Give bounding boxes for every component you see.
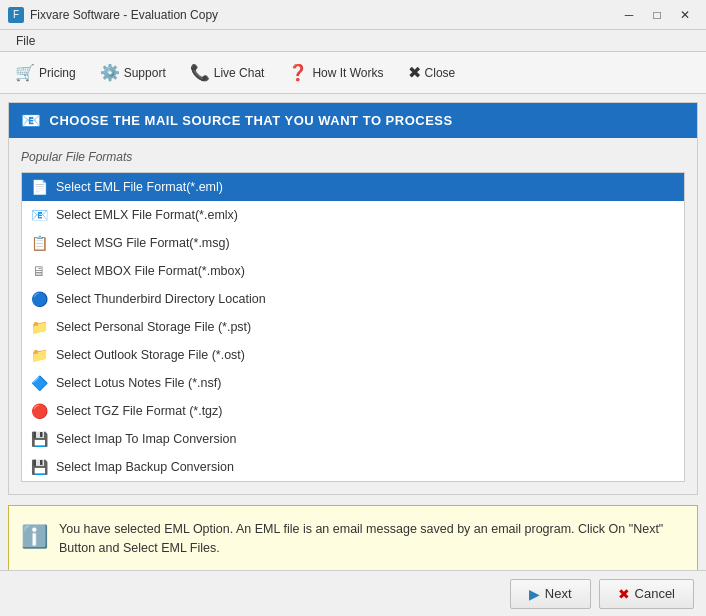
header-icon: 📧 (21, 111, 42, 130)
info-icon: ℹ️ (21, 520, 48, 553)
format-label-ost: Select Outlook Storage File (*.ost) (56, 348, 245, 362)
info-text: You have selected EML Option. An EML fil… (59, 522, 663, 555)
next-label: Next (545, 586, 572, 601)
maximize-button[interactable]: □ (644, 5, 670, 25)
pricing-icon: 🛒 (15, 63, 35, 82)
format-label-emlx: Select EMLX File Format(*.emlx) (56, 208, 238, 222)
format-label-msg: Select MSG File Format(*.msg) (56, 236, 230, 250)
format-label-thunderbird: Select Thunderbird Directory Location (56, 292, 266, 306)
format-label-eml: Select EML File Format(*.eml) (56, 180, 223, 194)
menu-file[interactable]: File (8, 32, 43, 50)
support-icon: ⚙️ (100, 63, 120, 82)
pricing-label: Pricing (39, 66, 76, 80)
format-icon-imap-backup: 💾 (30, 458, 48, 476)
format-list: 📄 Select EML File Format(*.eml) 📧 Select… (21, 172, 685, 482)
cancel-icon: ✖ (618, 586, 630, 602)
format-item-eml[interactable]: 📄 Select EML File Format(*.eml) (22, 173, 684, 201)
format-icon-ost: 📁 (30, 346, 48, 364)
main-panel: 📧 CHOOSE THE MAIL SOURCE THAT YOU WANT T… (8, 102, 698, 495)
cancel-label: Cancel (635, 586, 675, 601)
close-app-icon: ✖ (408, 63, 421, 82)
format-item-msg[interactable]: 📋 Select MSG File Format(*.msg) (22, 229, 684, 257)
pricing-button[interactable]: 🛒 Pricing (4, 56, 87, 90)
close-app-button[interactable]: ✖ Close (397, 56, 467, 90)
format-icon-nsf: 🔷 (30, 374, 48, 392)
format-item-imap[interactable]: 💾 Select Imap To Imap Conversion (22, 425, 684, 453)
cancel-button[interactable]: ✖ Cancel (599, 579, 694, 609)
format-item-mbox[interactable]: 🖥 Select MBOX File Format(*.mbox) (22, 257, 684, 285)
close-app-label: Close (425, 66, 456, 80)
format-label-pst: Select Personal Storage File (*.pst) (56, 320, 251, 334)
format-label-imap: Select Imap To Imap Conversion (56, 432, 236, 446)
format-item-emlx[interactable]: 📧 Select EMLX File Format(*.emlx) (22, 201, 684, 229)
content-area: Popular File Formats 📄 Select EML File F… (9, 138, 697, 494)
bottom-bar: ▶ Next ✖ Cancel (0, 570, 706, 616)
close-window-button[interactable]: ✕ (672, 5, 698, 25)
format-icon-eml: 📄 (30, 178, 48, 196)
toolbar: 🛒 Pricing ⚙️ Support 📞 Live Chat ❓ How I… (0, 52, 706, 94)
popular-label: Popular File Formats (21, 150, 685, 164)
format-icon-msg: 📋 (30, 234, 48, 252)
next-icon: ▶ (529, 586, 540, 602)
format-label-nsf: Select Lotus Notes File (*.nsf) (56, 376, 221, 390)
live-chat-icon: 📞 (190, 63, 210, 82)
format-icon-mbox: 🖥 (30, 262, 48, 280)
format-icon-tgz: 🔴 (30, 402, 48, 420)
format-item-tgz[interactable]: 🔴 Select TGZ File Format (*.tgz) (22, 397, 684, 425)
how-it-works-label: How It Works (312, 66, 383, 80)
menu-bar: File (0, 30, 706, 52)
format-item-nsf[interactable]: 🔷 Select Lotus Notes File (*.nsf) (22, 369, 684, 397)
support-button[interactable]: ⚙️ Support (89, 56, 177, 90)
minimize-button[interactable]: ─ (616, 5, 642, 25)
format-item-ost[interactable]: 📁 Select Outlook Storage File (*.ost) (22, 341, 684, 369)
app-icon: F (8, 7, 24, 23)
format-item-imap-backup[interactable]: 💾 Select Imap Backup Conversion (22, 453, 684, 481)
how-it-works-icon: ❓ (288, 63, 308, 82)
format-item-thunderbird[interactable]: 🔵 Select Thunderbird Directory Location (22, 285, 684, 313)
section-header: 📧 CHOOSE THE MAIL SOURCE THAT YOU WANT T… (9, 103, 697, 138)
section-header-text: CHOOSE THE MAIL SOURCE THAT YOU WANT TO … (50, 113, 453, 128)
window-controls: ─ □ ✕ (616, 5, 698, 25)
format-label-imap-backup: Select Imap Backup Conversion (56, 460, 234, 474)
how-it-works-button[interactable]: ❓ How It Works (277, 56, 394, 90)
live-chat-label: Live Chat (214, 66, 265, 80)
format-icon-imap: 💾 (30, 430, 48, 448)
format-icon-thunderbird: 🔵 (30, 290, 48, 308)
live-chat-button[interactable]: 📞 Live Chat (179, 56, 276, 90)
support-label: Support (124, 66, 166, 80)
next-button[interactable]: ▶ Next (510, 579, 591, 609)
format-item-pst[interactable]: 📁 Select Personal Storage File (*.pst) (22, 313, 684, 341)
window-title: Fixvare Software - Evaluation Copy (30, 8, 218, 22)
title-bar-left: F Fixvare Software - Evaluation Copy (8, 7, 218, 23)
format-label-mbox: Select MBOX File Format(*.mbox) (56, 264, 245, 278)
app-window: F Fixvare Software - Evaluation Copy ─ □… (0, 0, 706, 616)
title-bar: F Fixvare Software - Evaluation Copy ─ □… (0, 0, 706, 30)
format-icon-pst: 📁 (30, 318, 48, 336)
format-icon-emlx: 📧 (30, 206, 48, 224)
format-label-tgz: Select TGZ File Format (*.tgz) (56, 404, 222, 418)
